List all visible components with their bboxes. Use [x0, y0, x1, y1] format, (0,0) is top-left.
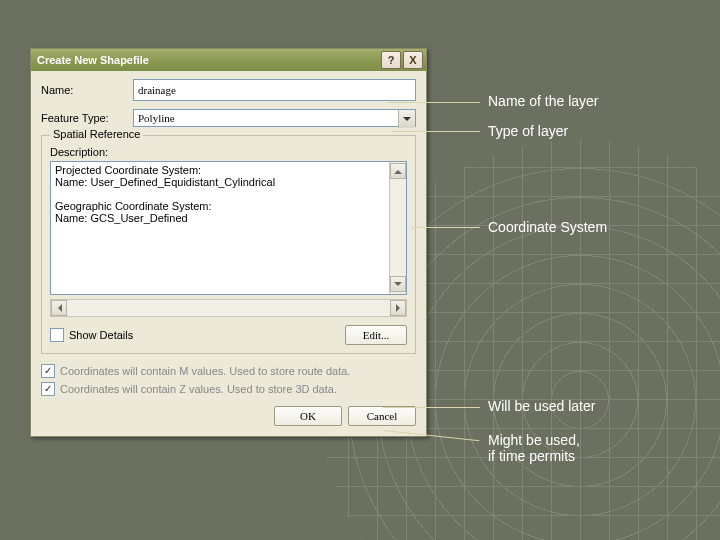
- dialog-title: Create New Shapefile: [37, 54, 149, 66]
- annotation-later: Will be used later: [488, 398, 595, 414]
- feature-type-combo[interactable]: [133, 109, 416, 127]
- ok-button[interactable]: OK: [274, 406, 342, 426]
- z-values-label: Coordinates will contain Z values. Used …: [60, 383, 337, 395]
- scroll-left-icon[interactable]: [51, 300, 67, 316]
- description-label: Description:: [50, 146, 407, 158]
- annotation-maybe: Might be used, if time permits: [488, 432, 580, 464]
- title-bar[interactable]: Create New Shapefile ? X: [31, 49, 426, 71]
- m-values-checkbox[interactable]: [41, 364, 55, 378]
- z-values-checkbox[interactable]: [41, 382, 55, 396]
- scroll-up-icon[interactable]: [390, 163, 406, 179]
- group-legend: Spatial Reference: [50, 128, 143, 140]
- scroll-down-icon[interactable]: [390, 276, 406, 292]
- leader-line: [388, 102, 480, 103]
- spatial-reference-group: Spatial Reference Description: Projected…: [41, 135, 416, 354]
- horizontal-scrollbar[interactable]: [50, 299, 407, 317]
- leader-line: [412, 227, 480, 228]
- annotation-type: Type of layer: [488, 123, 568, 139]
- help-button[interactable]: ?: [381, 51, 401, 69]
- annotation-name: Name of the layer: [488, 93, 599, 109]
- show-details-checkbox[interactable]: [50, 328, 64, 342]
- annotation-crs: Coordinate System: [488, 219, 607, 235]
- create-shapefile-dialog: Create New Shapefile ? X Name: Feature T…: [30, 48, 427, 437]
- feature-type-label: Feature Type:: [41, 112, 133, 124]
- vertical-scrollbar[interactable]: [389, 162, 406, 294]
- cancel-button[interactable]: Cancel: [348, 406, 416, 426]
- close-button[interactable]: X: [403, 51, 423, 69]
- edit-button[interactable]: Edit...: [345, 325, 407, 345]
- name-input[interactable]: [133, 79, 416, 101]
- name-label: Name:: [41, 84, 133, 96]
- description-box[interactable]: Projected Coordinate System: Name: User_…: [50, 161, 407, 295]
- leader-line: [383, 407, 480, 408]
- show-details-label: Show Details: [69, 329, 133, 341]
- leader-line: [392, 131, 480, 132]
- feature-type-value[interactable]: [133, 109, 416, 127]
- m-values-label: Coordinates will contain M values. Used …: [60, 365, 350, 377]
- scroll-right-icon[interactable]: [390, 300, 406, 316]
- description-text: Projected Coordinate System: Name: User_…: [55, 164, 404, 224]
- chevron-down-icon[interactable]: [398, 110, 415, 128]
